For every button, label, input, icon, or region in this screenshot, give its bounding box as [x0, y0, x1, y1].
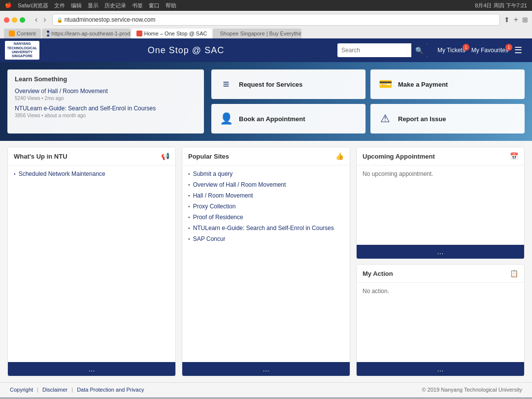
ntu-logo[interactable]: NANYANGTECHNOLOGICALUNIVERSITYSINGAPORE [10, 41, 34, 59]
tabs-overview-icon[interactable]: ⊞ [522, 16, 528, 24]
tab-shopee[interactable]: Shopee Singapore | Buy Everything On Sho… [213, 29, 301, 38]
url-text[interactable]: ntuadminonestop.service-now.com [65, 16, 156, 23]
fullscreen-button[interactable] [20, 17, 25, 23]
forward-button[interactable]: › [41, 15, 48, 24]
menu-bookmarks[interactable]: 书签 [132, 2, 143, 9]
browser-chrome: ‹ › 🔒 ntuadminonestop.service-now.com ⬆ … [0, 11, 532, 38]
list-item[interactable]: Submit a query [188, 170, 344, 177]
tickets-badge: 1 [463, 44, 469, 51]
my-action-body: No action. [357, 283, 524, 362]
request-for-services-card[interactable]: ≡ Request for Services [211, 69, 366, 99]
upcoming-title: Upcoming Appointment [363, 153, 435, 160]
learn-card: Learn Something Overview of Hall / Room … [7, 69, 204, 133]
request-label: Request for Services [239, 81, 302, 88]
disclaimer-link[interactable]: Disclaimer [42, 387, 67, 393]
issue-label: Report an Issue [398, 115, 446, 123]
menu-window[interactable]: 窗口 [149, 2, 160, 9]
learn-item-1-meta: 5240 Views • 2mo ago [15, 96, 197, 101]
learn-item-2[interactable]: NTULearn e-Guide: Search and Self-Enrol … [15, 105, 197, 118]
search-bar[interactable]: 🔍 [337, 43, 428, 57]
appointment-label: Book an Appointment [239, 115, 305, 123]
popular-sites-header: Popular Sites 👍 [182, 147, 350, 166]
my-action-title: My Action [363, 270, 393, 277]
browser-tabs[interactable]: Content B https://learn-ap-southeast-1-p… [4, 29, 528, 38]
website-content: NANYANGTECHNOLOGICALUNIVERSITYSINGAPORE … [0, 38, 532, 397]
list-item[interactable]: SAP Concur [188, 235, 344, 242]
traffic-lights[interactable] [4, 17, 25, 23]
url-bar[interactable]: 🔒 ntuadminonestop.service-now.com [52, 14, 500, 26]
share-icon[interactable]: ⬆ [504, 16, 510, 24]
menu-display[interactable]: 显示 [88, 2, 99, 9]
whats-up-body: Scheduled Network Maintenance [8, 166, 175, 362]
no-appointment-text: No upcoming appointment. [363, 170, 518, 177]
data-protection-link[interactable]: Data Protection and Privacy [77, 387, 144, 393]
calendar-icon: 📅 [510, 152, 518, 160]
book-an-appointment-card[interactable]: 👤 Book an Appointment [211, 104, 366, 133]
footer-links[interactable]: Copyright | Disclaimer | Data Protection… [10, 387, 144, 393]
tab-home-sac[interactable]: Home – One Stop @ SAC [132, 29, 212, 38]
upcoming-appointment-widget: Upcoming Appointment 📅 No upcoming appoi… [356, 147, 525, 259]
report-an-issue-card[interactable]: ⚠ Report an Issue [370, 104, 525, 133]
mac-menu-bar: 🍎 Safari浏览器 文件 编辑 显示 历史记录 书签 窗口 帮助 8月4日 … [0, 0, 532, 11]
whats-up-more-button[interactable]: … [8, 362, 175, 376]
my-action-widget: My Action 📋 No action. … [356, 264, 525, 376]
menu-help[interactable]: 帮助 [166, 2, 176, 9]
menu-safari[interactable]: Safari浏览器 [18, 2, 48, 9]
request-icon: ≡ [219, 78, 233, 91]
list-item[interactable]: Hall / Room Movement [188, 192, 344, 199]
announcement-icon: 📢 [161, 152, 169, 160]
issue-icon: ⚠ [378, 112, 392, 125]
browser-toolbar: ‹ › 🔒 ntuadminonestop.service-now.com ⬆ … [4, 14, 528, 26]
make-a-payment-card[interactable]: 💳 Make a Payment [370, 69, 525, 99]
new-tab-icon[interactable]: + [514, 15, 518, 24]
upcoming-more-button[interactable]: … [357, 245, 524, 259]
upcoming-header: Upcoming Appointment 📅 [357, 147, 524, 166]
whats-up-widget: What's Up in NTU 📢 Scheduled Network Mai… [7, 147, 176, 376]
action-grid: ≡ Request for Services 💳 Make a Payment … [211, 69, 525, 133]
copyright-link[interactable]: Copyright [10, 387, 33, 393]
ntu-logo-box: NANYANGTECHNOLOGICALUNIVERSITYSINGAPORE [10, 41, 34, 59]
menu-apple[interactable]: 🍎 [5, 2, 12, 9]
no-action-text: No action. [363, 288, 518, 295]
minimize-button[interactable] [12, 17, 17, 23]
whats-up-title: What's Up in NTU [14, 153, 67, 160]
learn-item-2-meta: 3956 Views • about a month ago [15, 113, 197, 118]
learn-item-1-title[interactable]: Overview of Hall / Room Movement [15, 88, 197, 95]
lock-icon: 🔒 [57, 17, 63, 23]
search-input[interactable] [337, 47, 411, 54]
header-title: One Stop @ SAC [44, 45, 328, 56]
header-buttons: My Tickets 1 My Favourites 1 ☰ [437, 45, 522, 56]
popular-sites-widget: Popular Sites 👍 Submit a query Overview … [182, 147, 350, 376]
site-footer: Copyright | Disclaimer | Data Protection… [0, 382, 532, 397]
my-favourites-button[interactable]: My Favourites 1 [471, 47, 508, 54]
main-widgets: What's Up in NTU 📢 Scheduled Network Mai… [0, 141, 532, 382]
list-item[interactable]: Proxy Collection [188, 203, 344, 210]
back-button[interactable]: ‹ [33, 15, 39, 24]
nav-buttons[interactable]: ‹ › [33, 15, 48, 24]
my-tickets-button[interactable]: My Tickets 1 [437, 47, 466, 54]
popular-sites-more-button[interactable]: … [182, 362, 350, 376]
footer-copyright: © 2019 Nanyang Technological University [422, 387, 522, 393]
right-column: Upcoming Appointment 📅 No upcoming appoi… [356, 147, 525, 376]
learn-item-2-title[interactable]: NTULearn e-Guide: Search and Self-Enrol … [15, 105, 197, 112]
list-item[interactable]: Scheduled Network Maintenance [14, 170, 169, 177]
menu-file[interactable]: 文件 [54, 2, 65, 9]
search-button[interactable]: 🔍 [411, 43, 428, 57]
mac-menu-left[interactable]: 🍎 Safari浏览器 文件 编辑 显示 历史记录 书签 窗口 帮助 [5, 2, 176, 9]
thumbs-up-icon: 👍 [335, 152, 344, 160]
list-item[interactable]: NTULearn e-Guide: Search and Self-Enrol … [188, 225, 344, 232]
appointment-icon: 👤 [219, 112, 233, 125]
tab-xythos[interactable]: B https://learn-ap-southeast-1-prod-flee… [42, 29, 131, 38]
tab-content[interactable]: Content [4, 29, 41, 38]
my-action-header: My Action 📋 [357, 265, 524, 283]
close-button[interactable] [4, 17, 9, 23]
learn-item-1[interactable]: Overview of Hall / Room Movement 5240 Vi… [15, 88, 197, 101]
payment-label: Make a Payment [398, 81, 448, 88]
list-item[interactable]: Proof of Residence [188, 214, 344, 221]
menu-history[interactable]: 历史记录 [104, 2, 126, 9]
hamburger-menu[interactable]: ☰ [514, 45, 522, 56]
mac-menu-right: 8月4日 周四 下午7:21 [475, 2, 527, 9]
menu-edit[interactable]: 编辑 [71, 2, 82, 9]
my-action-more-button[interactable]: … [357, 362, 524, 376]
list-item[interactable]: Overview of Hall / Room Movement [188, 181, 344, 188]
